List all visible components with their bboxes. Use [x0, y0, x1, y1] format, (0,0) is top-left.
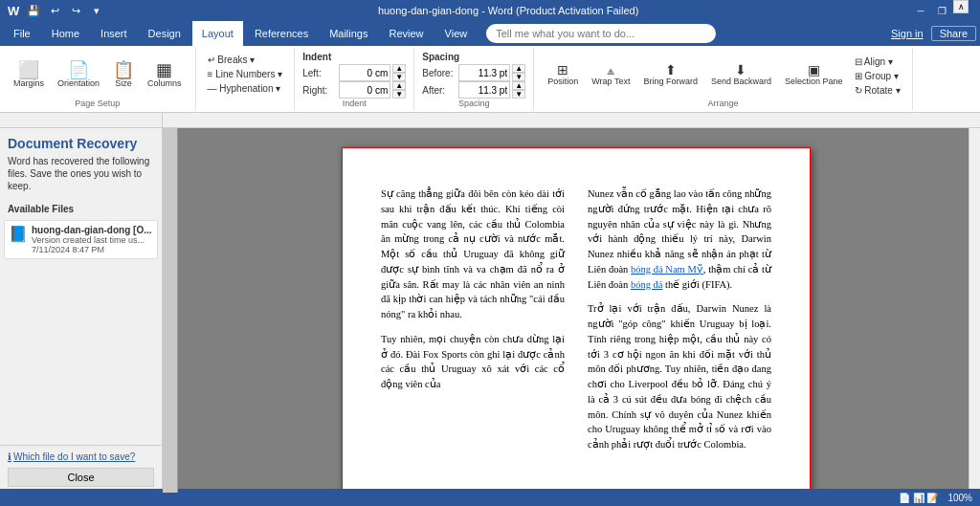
spacing-after-up[interactable]: ▲ [512, 81, 525, 90]
quick-access-toolbar: 💾 ↩ ↪ ▾ [25, 2, 105, 19]
indent-right-input[interactable] [339, 81, 390, 99]
position-icon: ⊞ [557, 63, 568, 77]
indent-right-up[interactable]: ▲ [392, 81, 406, 90]
paragraph-2: Tuy nhiên, mọi chuyện còn chưa dừng lại … [381, 332, 565, 392]
link-bong-da[interactable]: bóng đá [631, 279, 663, 290]
group-page-setup: ⬜ Margins 📄 Orientation 📋 Size ▦ Columns… [4, 48, 196, 110]
send-backward-button[interactable]: ⬇ Send Backward [705, 61, 777, 88]
view-icons: 📄 📊 📝 [899, 493, 939, 503]
group-button[interactable]: ⊞ Group ▾ [851, 70, 904, 82]
save-qa-button[interactable]: 💾 [25, 2, 42, 19]
spacing-after-row: After: ▲ ▼ [422, 81, 525, 99]
orientation-button[interactable]: 📄 Orientation [52, 59, 105, 90]
spacing-before-input[interactable] [458, 64, 510, 81]
zoom-level: 100% [947, 493, 972, 503]
hyphenation-button[interactable]: — Hyphenation ▾ [204, 82, 287, 95]
send-backward-icon: ⬇ [735, 63, 746, 77]
columns-button[interactable]: ▦ Columns [142, 59, 188, 90]
group-spacing: Spacing Before: ▲ ▼ After: ▲ ▼ Spacing [418, 48, 534, 110]
spacing-after-spinner[interactable]: ▲ ▼ [512, 81, 525, 99]
ribbon-search-input[interactable] [486, 24, 716, 43]
page-setup-buttons: ⬜ Margins 📄 Orientation 📋 Size ▦ Columns [8, 50, 188, 99]
margins-button[interactable]: ⬜ Margins [8, 59, 50, 90]
indent-left-down[interactable]: ▼ [392, 73, 406, 81]
undo-qa-button[interactable]: ↩ [46, 2, 63, 19]
ribbon-collapse-button[interactable]: ∧ [953, 0, 969, 13]
bring-forward-button[interactable]: ⬆ Bring Forward [637, 61, 703, 88]
size-button[interactable]: 📋 Size [107, 59, 140, 90]
tab-home[interactable]: Home [42, 21, 89, 46]
rotate-button[interactable]: ↻ Rotate ▾ [851, 84, 904, 97]
file-name: huong-dan-gian-dong [O... [32, 225, 153, 235]
spacing-before-up[interactable]: ▲ [512, 64, 525, 73]
file-date: 7/11/2024 8:47 PM [32, 245, 153, 254]
align-button[interactable]: ⊟ Align ▾ [851, 55, 904, 68]
indent-left-input[interactable] [339, 64, 390, 81]
minimize-button[interactable]: ─ [911, 3, 930, 18]
indent-left-up[interactable]: ▲ [392, 64, 406, 73]
document-column-1: Sự căng thẳng giữa đôi bên còn kéo dài t… [381, 187, 565, 493]
customize-qa-button[interactable]: ▾ [88, 2, 105, 19]
selection-pane-button[interactable]: ▣ Selection Pane [779, 61, 849, 88]
file-item-content: 📘 huong-dan-gian-dong [O... Version crea… [9, 225, 153, 254]
paragraph-4: Trở lại với trận đấu, Darwin Nunez là ng… [588, 301, 771, 452]
tab-insert[interactable]: Insert [91, 21, 137, 46]
orientation-icon: 📄 [68, 61, 89, 78]
spacing-before-spinner[interactable]: ▲ ▼ [512, 64, 525, 81]
selection-pane-icon: ▣ [808, 63, 820, 77]
page-scroll-area[interactable]: Sự căng thẳng giữa đôi bên còn kéo dài t… [163, 128, 980, 493]
document-page: Sự căng thẳng giữa đôi bên còn kéo dài t… [342, 147, 811, 493]
wrap-text-button[interactable]: ⟁ Wrap Text [586, 61, 635, 88]
indent-right-down[interactable]: ▼ [392, 90, 406, 99]
panel-footer: ℹ Which file do I want to save? Close [0, 445, 162, 493]
recovered-file-item[interactable]: 📘 huong-dan-gian-dong [O... Version crea… [4, 220, 158, 259]
which-file-link[interactable]: ℹ Which file do I want to save? [8, 451, 154, 462]
arrange-label: Arrange [542, 99, 903, 108]
panel-description: Word has recovered the following files. … [0, 155, 162, 200]
indent-right-spinner[interactable]: ▲ ▼ [392, 81, 406, 99]
ruler-panel-side [0, 113, 163, 127]
group-breaks: ↵ Breaks ▾ ≡ Line Numbers ▾ — Hyphenatio… [200, 48, 296, 110]
position-button[interactable]: ⊞ Position [542, 61, 584, 88]
vertical-ruler [163, 128, 178, 493]
indent-left-row: Left: ▲ ▼ [302, 64, 406, 81]
spacing-after-input[interactable] [458, 81, 510, 99]
tab-file[interactable]: File [4, 21, 40, 46]
tab-mailings[interactable]: Mailings [320, 21, 377, 46]
arrange-buttons: ⊞ Position ⟁ Wrap Text ⬆ Bring Forward ⬇… [542, 50, 903, 99]
indent-right-row: Right: ▲ ▼ [302, 81, 406, 99]
line-numbers-button[interactable]: ≡ Line Numbers ▾ [204, 68, 287, 80]
tab-references[interactable]: References [245, 21, 318, 46]
share-button[interactable]: Share [931, 26, 976, 41]
tab-layout[interactable]: Layout [192, 21, 243, 46]
group-indent: Indent Left: ▲ ▼ Right: ▲ ▼ Indent [299, 48, 414, 110]
file-item-text: huong-dan-gian-dong [O... Version create… [32, 225, 153, 254]
tab-view[interactable]: View [435, 21, 478, 46]
available-files-label: Available Files [0, 200, 162, 218]
panel-close-button[interactable]: Close [8, 468, 154, 487]
spacing-before-row: Before: ▲ ▼ [422, 64, 525, 81]
indent-left-spinner[interactable]: ▲ ▼ [392, 64, 406, 81]
signin-link[interactable]: Sign in [891, 28, 924, 39]
redo-qa-button[interactable]: ↪ [67, 2, 84, 19]
columns-icon: ▦ [156, 61, 172, 78]
vertical-scrollbar[interactable] [969, 128, 980, 493]
tab-review[interactable]: Review [380, 21, 434, 46]
restore-button[interactable]: ❐ [932, 3, 951, 18]
paragraph-3: Nunez vẫn cố gắng lao vào tấn công những… [588, 187, 771, 292]
selection-pane-label: Selection Pane [785, 77, 843, 86]
breaks-button[interactable]: ↵ Breaks ▾ [204, 54, 287, 66]
tab-design[interactable]: Design [139, 21, 190, 46]
spacing-after-down[interactable]: ▼ [512, 90, 525, 99]
indent-label: Indent [302, 99, 406, 108]
main-area: Document Recovery Word has recovered the… [0, 128, 980, 493]
ribbon: File Home Insert Design Layout Reference… [0, 21, 980, 46]
spacing-before-down[interactable]: ▼ [512, 73, 525, 81]
word-file-icon: 📘 [9, 225, 28, 243]
margins-icon: ⬜ [18, 61, 39, 78]
ruler-marks [163, 113, 980, 127]
indent-left-label: Left: [302, 68, 337, 78]
link-bong-da-nam-my[interactable]: bóng đá Nam Mỹ [631, 264, 703, 275]
indent-right-label: Right: [302, 85, 337, 96]
position-label: Position [547, 77, 578, 86]
